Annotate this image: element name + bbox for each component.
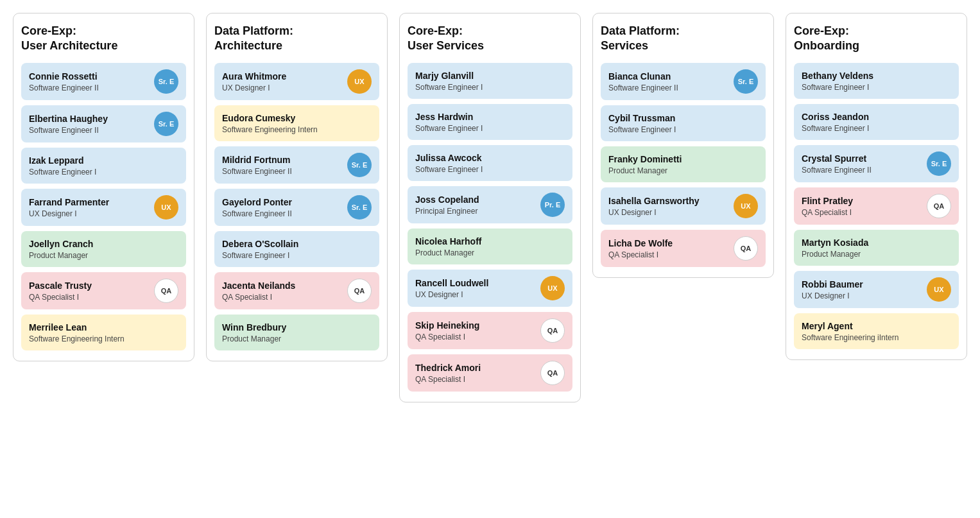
card-name: Martyn Kosiada — [802, 237, 951, 248]
card-name: Joellyn Cranch — [29, 238, 178, 250]
card-info: Cybil TrussmanSoftware Engineer I — [608, 112, 758, 134]
list-item[interactable]: Martyn KosiadaProduct Manager — [794, 230, 959, 266]
card-name: Aura Whitmore — [222, 71, 342, 82]
list-item[interactable]: Meryl AgentSoftware Engineering iIntern — [794, 313, 959, 349]
list-item[interactable]: Merrilee LeanSoftware Engineering Intern — [21, 315, 186, 350]
card-info: Gayelord PonterSoftware Engineer II — [222, 196, 342, 218]
card-name: Connie Rossetti — [29, 71, 149, 82]
card-info: Skip HeinekingQA Specialist I — [415, 320, 535, 341]
list-item[interactable]: Izak LeppardSoftware Engineer I — [21, 148, 186, 184]
card-role: Software Engineer II — [222, 209, 342, 218]
role-badge: Sr. E — [154, 69, 178, 94]
list-item[interactable]: Licha De WolfeQA Specialist IQA — [601, 230, 766, 267]
card-info: Merrilee LeanSoftware Engineering Intern — [29, 322, 178, 343]
card-info: Bianca ClunanSoftware Engineer II — [608, 71, 728, 92]
list-item[interactable]: Skip HeinekingQA Specialist IQA — [408, 312, 572, 349]
card-info: Jacenta NeilandsQA Specialist I — [222, 280, 342, 302]
role-badge: QA — [347, 279, 372, 303]
column-col2: Data Platform:ArchitectureAura WhitmoreU… — [206, 13, 388, 361]
card-info: Izak LeppardSoftware Engineer I — [29, 155, 178, 177]
column-title-col2: Data Platform:Architecture — [214, 24, 379, 54]
card-role: Software Engineer I — [415, 124, 565, 133]
card-info: Elbertina HaugheySoftware Engineer II — [29, 113, 149, 135]
card-info: Thedrick AmoriQA Specialist I — [415, 362, 535, 384]
card-role: QA Specialist I — [608, 250, 728, 259]
list-item[interactable]: Joellyn CranchProduct Manager — [21, 231, 186, 267]
card-role: Software Engineering iIntern — [802, 333, 951, 342]
list-item[interactable]: Robbi BaumerUX Designer IUX — [794, 271, 959, 308]
list-item[interactable]: Bianca ClunanSoftware Engineer IISr. E — [601, 63, 766, 100]
card-info: Licha De WolfeQA Specialist I — [608, 237, 728, 259]
card-name: Nicolea Harhoff — [415, 236, 565, 247]
card-name: Robbi Baumer — [802, 279, 922, 290]
card-name: Jacenta Neilands — [222, 280, 342, 291]
list-item[interactable]: Thedrick AmoriQA Specialist IQA — [408, 354, 572, 392]
card-role: QA Specialist I — [415, 375, 535, 384]
card-role: Software Engineer I — [29, 168, 178, 177]
role-badge: QA — [927, 194, 951, 218]
list-item[interactable]: Farrand ParmenterUX Designer IUX — [21, 189, 186, 226]
list-item[interactable]: Marjy GlanvillSoftware Engineer I — [408, 63, 572, 99]
role-badge: Sr. E — [734, 69, 758, 94]
card-role: Software Engineer I — [802, 124, 951, 133]
card-info: Pascale TrustyQA Specialist I — [29, 280, 149, 302]
card-role: Product Manager — [802, 250, 951, 259]
card-role: UX Designer I — [608, 208, 728, 217]
cards-list-col2: Aura WhitmoreUX Designer IUXEudora Cumes… — [214, 63, 379, 350]
list-item[interactable]: Gayelord PonterSoftware Engineer IISr. E — [214, 189, 379, 226]
column-col5: Core-Exp:OnboardingBethany VeldensSoftwa… — [786, 13, 967, 360]
list-item[interactable]: Isahella GarnsworthyUX Designer IUX — [601, 187, 766, 225]
list-item[interactable]: Julissa AwcockSoftware Engineer I — [408, 145, 572, 181]
card-name: Licha De Wolfe — [608, 237, 728, 249]
card-name: Izak Leppard — [29, 155, 178, 166]
list-item[interactable]: Connie RossettiSoftware Engineer IISr. E — [21, 63, 186, 100]
card-name: Jess Hardwin — [415, 111, 565, 123]
card-name: Thedrick Amori — [415, 362, 535, 374]
list-item[interactable]: Jacenta NeilandsQA Specialist IQA — [214, 272, 379, 309]
card-name: Coriss Jeandon — [802, 111, 951, 123]
card-name: Bianca Clunan — [608, 71, 728, 82]
list-item[interactable]: Debera O'ScollainSoftware Engineer I — [214, 231, 379, 267]
list-item[interactable]: Mildrid FortnumSoftware Engineer IISr. E — [214, 146, 379, 184]
card-info: Joss CopelandPrincipal Engineer — [415, 194, 535, 216]
list-item[interactable]: Bethany VeldensSoftware Engineer I — [794, 63, 959, 99]
card-name: Bethany Veldens — [802, 70, 951, 82]
list-item[interactable]: Pascale TrustyQA Specialist IQA — [21, 272, 186, 309]
column-title-col4: Data Platform:Services — [601, 24, 766, 54]
list-item[interactable]: Eudora CumeskySoftware Engineering Inter… — [214, 105, 379, 141]
list-item[interactable]: Cybil TrussmanSoftware Engineer I — [601, 105, 766, 141]
list-item[interactable]: Rancell LoudwellUX Designer IUX — [408, 270, 572, 307]
card-info: Meryl AgentSoftware Engineering iIntern — [802, 320, 951, 342]
role-badge: QA — [734, 236, 758, 261]
list-item[interactable]: Crystal SpurretSoftware Engineer IISr. E — [794, 145, 959, 182]
card-info: Crystal SpurretSoftware Engineer II — [802, 153, 922, 175]
list-item[interactable]: Joss CopelandPrincipal EngineerPr. E — [408, 186, 572, 223]
card-name: Winn Bredbury — [222, 322, 372, 333]
column-title-col3: Core-Exp:User Services — [408, 24, 572, 54]
card-info: Robbi BaumerUX Designer I — [802, 279, 922, 300]
card-name: Flint Pratley — [802, 195, 922, 207]
card-name: Mildrid Fortnum — [222, 154, 342, 166]
role-badge: Pr. E — [540, 193, 565, 217]
list-item[interactable]: Franky DominettiProduct Manager — [601, 146, 766, 182]
card-role: Software Engineer I — [802, 83, 951, 92]
card-role: Software Engineering Intern — [29, 334, 178, 343]
card-info: Aura WhitmoreUX Designer I — [222, 71, 342, 92]
card-name: Cybil Trussman — [608, 112, 758, 124]
org-chart: Core-Exp:User ArchitectureConnie Rossett… — [13, 13, 967, 402]
list-item[interactable]: Winn BredburyProduct Manager — [214, 315, 379, 350]
card-role: UX Designer I — [29, 209, 149, 218]
cards-list-col1: Connie RossettiSoftware Engineer IISr. E… — [21, 63, 186, 350]
card-info: Julissa AwcockSoftware Engineer I — [415, 152, 565, 174]
card-name: Isahella Garnsworthy — [608, 195, 728, 207]
list-item[interactable]: Nicolea HarhoffProduct Manager — [408, 229, 572, 264]
role-badge: QA — [540, 318, 565, 343]
card-role: Software Engineer I — [415, 83, 565, 92]
list-item[interactable]: Jess HardwinSoftware Engineer I — [408, 104, 572, 140]
list-item[interactable]: Aura WhitmoreUX Designer IUX — [214, 63, 379, 100]
list-item[interactable]: Flint PratleyQA Specialist IQA — [794, 187, 959, 225]
role-badge: UX — [540, 276, 565, 300]
list-item[interactable]: Elbertina HaugheySoftware Engineer IISr.… — [21, 105, 186, 142]
card-info: Eudora CumeskySoftware Engineering Inter… — [222, 112, 372, 134]
list-item[interactable]: Coriss JeandonSoftware Engineer I — [794, 104, 959, 140]
